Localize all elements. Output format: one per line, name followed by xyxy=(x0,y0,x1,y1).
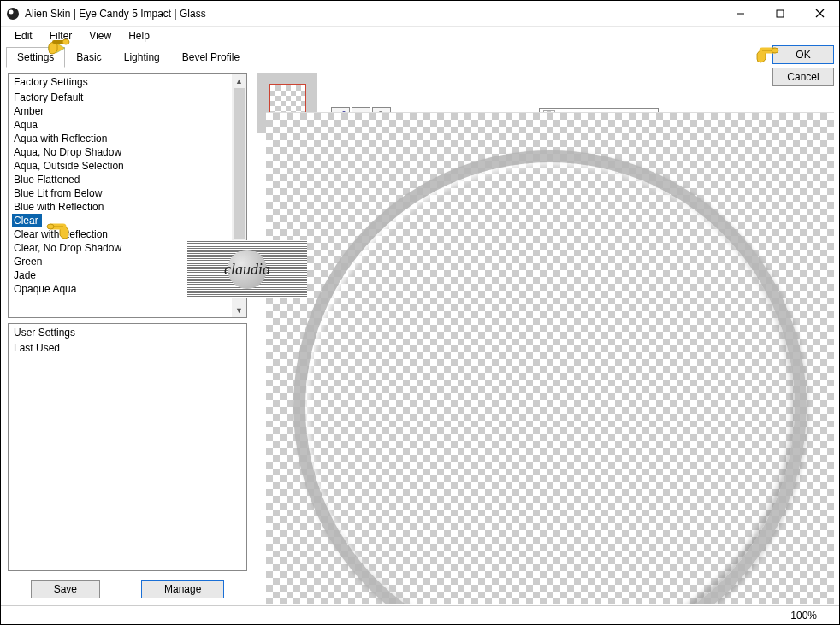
list-item[interactable]: Amber xyxy=(9,104,246,118)
ok-button[interactable]: OK xyxy=(772,45,834,64)
scroll-thumb[interactable] xyxy=(234,88,245,239)
svg-point-0 xyxy=(7,8,19,20)
tab-bar: Settings Basic Lighting Bevel Profile xyxy=(1,47,839,68)
cancel-button[interactable]: Cancel xyxy=(772,68,834,86)
list-item[interactable]: Aqua, No Drop Shadow xyxy=(9,145,246,159)
menu-view[interactable]: View xyxy=(80,28,120,44)
menu-help[interactable]: Help xyxy=(120,28,158,44)
svg-point-1 xyxy=(9,9,14,14)
menu-bar: Edit Filter View Help xyxy=(1,27,839,45)
user-settings-list[interactable]: User Settings Last Used xyxy=(8,323,247,571)
user-settings-header: User Settings xyxy=(9,324,246,341)
window-title: Alien Skin | Eye Candy 5 Impact | Glass xyxy=(25,8,721,20)
maximize-button[interactable] xyxy=(760,1,800,27)
app-icon xyxy=(6,7,20,21)
menu-edit[interactable]: Edit xyxy=(6,28,41,44)
menu-filter[interactable]: Filter xyxy=(41,28,81,44)
status-bar: 100% xyxy=(1,605,839,624)
list-item[interactable]: Clear with Reflection xyxy=(9,227,246,241)
glass-ring-preview xyxy=(293,150,807,604)
title-bar: Alien Skin | Eye Candy 5 Impact | Glass xyxy=(1,1,839,27)
claudia-watermark: claudia xyxy=(187,240,307,298)
list-item[interactable]: Aqua with Reflection xyxy=(9,132,246,145)
manage-button[interactable]: Manage xyxy=(141,580,224,598)
list-item[interactable]: Factory Default xyxy=(9,91,246,104)
preview-canvas[interactable] xyxy=(266,112,834,604)
tab-basic[interactable]: Basic xyxy=(65,47,112,68)
tab-lighting[interactable]: Lighting xyxy=(113,47,171,68)
list-item-selected[interactable]: Clear xyxy=(12,214,42,227)
scroll-down-icon[interactable]: ▼ xyxy=(232,303,246,317)
close-button[interactable] xyxy=(800,1,839,27)
settings-panel: Factory Settings Factory Default Amber A… xyxy=(8,73,247,598)
minimize-button[interactable] xyxy=(721,1,760,27)
scroll-up-icon[interactable]: ▲ xyxy=(232,74,246,88)
zoom-level: 100% xyxy=(790,610,817,622)
list-item[interactable]: Aqua xyxy=(9,118,246,132)
tab-settings[interactable]: Settings xyxy=(6,47,65,68)
list-item[interactable]: Last Used xyxy=(9,341,246,355)
svg-rect-3 xyxy=(777,10,784,17)
factory-settings-header: Factory Settings xyxy=(9,74,246,91)
list-item[interactable]: Blue with Reflection xyxy=(9,200,246,214)
list-item[interactable]: Blue Flattened xyxy=(9,173,246,186)
list-item[interactable]: Aqua, Outside Selection xyxy=(9,159,246,173)
tab-bevel-profile[interactable]: Bevel Profile xyxy=(171,47,251,68)
list-item[interactable]: Blue Lit from Below xyxy=(9,186,246,200)
save-button[interactable]: Save xyxy=(31,580,100,598)
window-controls xyxy=(721,1,839,27)
